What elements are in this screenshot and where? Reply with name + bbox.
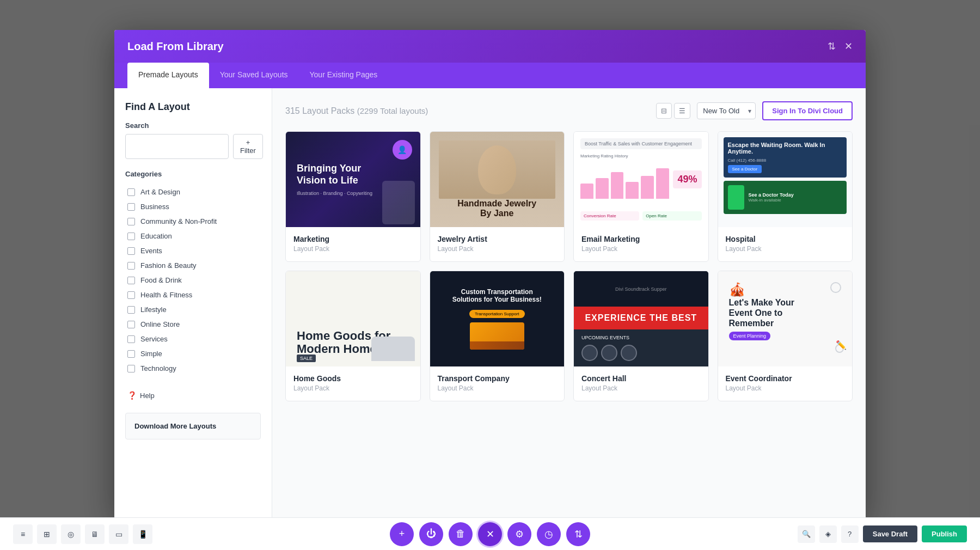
category-health[interactable]: Health & Fitness (125, 288, 261, 302)
category-fashion[interactable]: Fashion & Beauty (125, 258, 261, 273)
deco-circle-1 (830, 282, 841, 293)
checkbox-food[interactable] (127, 277, 135, 284)
category-food[interactable]: Food & Drink (125, 273, 261, 288)
concert-bottom: UPCOMING EVENTS (574, 329, 708, 366)
category-label-food: Food & Drink (140, 276, 182, 284)
layout-card-homegoods[interactable]: Home Goods forModern Homes SALE Home Goo… (285, 271, 421, 401)
delete-button[interactable]: 🗑 (449, 522, 473, 546)
checkbox-business[interactable] (127, 203, 135, 211)
transport-headline: Custom TransportationSolutions for Your … (452, 288, 542, 303)
content-header: 315 Layout Packs (2299 Total layouts) ⊟ … (285, 101, 853, 120)
categories-title: Categories (125, 170, 261, 178)
card-type-jewelry: Layout Pack (438, 245, 557, 253)
search-input[interactable] (125, 134, 229, 159)
close-icon[interactable]: ✕ (844, 40, 853, 52)
bar-4 (626, 182, 639, 199)
hospital-top: Escape the Waiting Room. Walk In Anytime… (724, 137, 847, 178)
event-decoration: ✏️ (836, 340, 847, 350)
desktop-button[interactable]: 🖥 (85, 524, 105, 544)
layout-total: (2299 Total layouts) (357, 106, 428, 115)
category-events[interactable]: Events (125, 243, 261, 258)
history-button[interactable]: ◷ (537, 522, 561, 546)
help-text: Help (140, 392, 155, 400)
category-simple[interactable]: Simple (125, 346, 261, 361)
sort-select[interactable]: New To Old Old To New A to Z Z to A (697, 102, 756, 119)
card-type-hospital: Layout Pack (726, 245, 845, 253)
layout-card-transport[interactable]: Custom TransportationSolutions for Your … (430, 271, 565, 401)
close-button[interactable]: ✕ (478, 522, 502, 546)
tab-existing[interactable]: Your Existing Pages (299, 63, 389, 88)
category-services[interactable]: Services (125, 332, 261, 346)
checkbox-services[interactable] (127, 335, 135, 343)
card-info-email: Email Marketing Layout Pack (574, 227, 708, 261)
hospital-bottom: See a Doctor Today Walk-in available (724, 181, 847, 214)
category-education[interactable]: Education (125, 229, 261, 243)
doctor-sub: Walk-in available (749, 198, 794, 203)
layout-card-event[interactable]: 🎪 Let's Make YourEvent One toRemember Ev… (718, 271, 853, 401)
layout-card-jewelry[interactable]: Handmade JewelryBy Jane Jewelry Artist L… (430, 131, 565, 262)
card-type-event: Layout Pack (726, 384, 845, 392)
checkbox-community[interactable] (127, 218, 135, 225)
tablet-button[interactable]: ▭ (109, 524, 128, 544)
bar-5 (641, 176, 654, 199)
checkbox-lifestyle[interactable] (127, 306, 135, 314)
layout-button[interactable]: ⇅ (566, 522, 590, 546)
tab-premade[interactable]: Premade Layouts (127, 63, 209, 88)
category-business[interactable]: Business (125, 199, 261, 214)
category-label-services: Services (140, 335, 168, 343)
category-community[interactable]: Community & Non-Profit (125, 214, 261, 229)
layout-card-marketing[interactable]: 👤 Bringing YourVision to Life Illustrati… (285, 131, 421, 262)
layout-card-email[interactable]: Boost Traffic & Sales with Customer Enga… (573, 131, 709, 262)
power-button[interactable]: ⏻ (419, 522, 443, 546)
grid-view-button[interactable]: ⊟ (656, 103, 672, 119)
card-info-concert: Concert Hall Layout Pack (574, 366, 708, 401)
category-lifestyle[interactable]: Lifestyle (125, 302, 261, 317)
sign-in-button[interactable]: Sign In To Divi Cloud (762, 101, 853, 120)
checkbox-education[interactable] (127, 233, 135, 240)
save-draft-button[interactable]: Save Draft (863, 525, 917, 542)
help-row[interactable]: ❓ Help (125, 387, 261, 404)
publish-button[interactable]: Publish (922, 525, 967, 542)
category-label-online-store: Online Store (140, 320, 180, 328)
email-chart (580, 161, 669, 199)
checkbox-technology[interactable] (127, 365, 135, 372)
category-online-store[interactable]: Online Store (125, 317, 261, 332)
grid-button[interactable]: ⊞ (37, 524, 57, 544)
tabs-bar: Premade Layouts Your Saved Layouts Your … (114, 63, 866, 88)
download-title: Download More Layouts (134, 422, 252, 430)
checkbox-art[interactable] (127, 188, 135, 196)
see-doctor-text: See a Doctor Today (749, 192, 794, 198)
download-box[interactable]: Download More Layouts (125, 413, 261, 439)
layout-card-concert[interactable]: Divi Soundtrack Supper EXPERIENCE THE BE… (573, 271, 709, 401)
bar-3 (611, 172, 624, 199)
checkbox-simple[interactable] (127, 350, 135, 358)
email-chart-label: Marketing Rating History (580, 154, 669, 158)
add-button[interactable]: + (390, 522, 414, 546)
checkbox-health[interactable] (127, 291, 135, 299)
settings-button[interactable]: ⚙ (507, 522, 531, 546)
menu-button[interactable]: ≡ (13, 524, 33, 544)
list-view-button[interactable]: ☰ (674, 103, 690, 119)
search-button[interactable]: ◎ (61, 524, 81, 544)
checkbox-online-store[interactable] (127, 321, 135, 328)
category-technology[interactable]: Technology (125, 361, 261, 376)
category-label-fashion: Fashion & Beauty (140, 261, 197, 270)
checkbox-events[interactable] (127, 247, 135, 255)
category-art[interactable]: Art & Design (125, 185, 261, 199)
checkbox-fashion[interactable] (127, 262, 135, 270)
toolbar-left: ≡ ⊞ ◎ 🖥 ▭ 📱 (13, 524, 152, 544)
sofa-shape (371, 337, 415, 361)
card-image-hospital: Escape the Waiting Room. Walk In Anytime… (718, 132, 853, 227)
concert-top-text: Divi Soundtrack Supper (615, 286, 667, 292)
zoom-button[interactable]: 🔍 (798, 525, 815, 543)
help-icon: ❓ (127, 391, 137, 400)
filter-button[interactable]: + Filter (233, 134, 263, 159)
tab-saved[interactable]: Your Saved Layouts (209, 63, 299, 88)
layers-button[interactable]: ◈ (819, 525, 837, 543)
sort-icon[interactable]: ⇅ (828, 40, 836, 52)
layout-card-hospital[interactable]: Escape the Waiting Room. Walk In Anytime… (718, 131, 853, 262)
mobile-button[interactable]: 📱 (133, 524, 152, 544)
card-name-homegoods: Home Goods (293, 374, 413, 383)
sidebar: Find A Layout Search + Filter Categories… (114, 88, 272, 520)
help-button[interactable]: ? (841, 525, 859, 543)
